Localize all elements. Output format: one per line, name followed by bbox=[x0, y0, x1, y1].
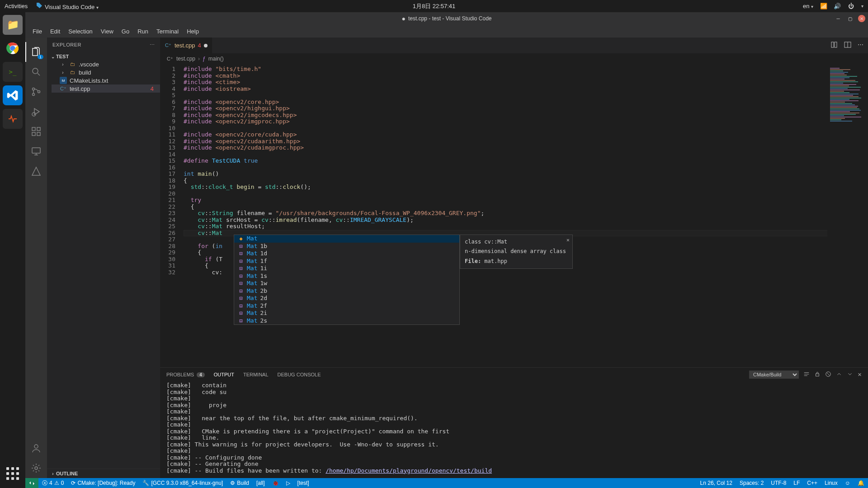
network-icon[interactable]: 📶 bbox=[821, 3, 827, 9]
menu-go[interactable]: Go bbox=[118, 28, 133, 35]
lock-icon[interactable] bbox=[814, 371, 821, 378]
close-panel-icon[interactable]: ✕ bbox=[858, 372, 862, 378]
activity-settings[interactable] bbox=[25, 458, 47, 478]
status-debug-icon[interactable]: 🐞 bbox=[269, 478, 283, 488]
status-feedback-icon[interactable]: ☺ bbox=[841, 478, 854, 488]
outline-header[interactable]: ›OUTLINE bbox=[47, 470, 160, 477]
crumb-file[interactable]: test.cpp bbox=[176, 56, 195, 62]
menu-terminal[interactable]: Terminal bbox=[153, 28, 182, 35]
activity-cmake[interactable] bbox=[25, 161, 47, 181]
activity-explorer[interactable]: 1 bbox=[25, 42, 47, 62]
suggest-item[interactable]: ⊟Mat1s bbox=[234, 272, 459, 280]
maximize-button[interactable]: ▢ bbox=[846, 15, 854, 22]
clock[interactable]: 1月8日 22:57:41 bbox=[413, 2, 456, 10]
status-build[interactable]: ⚙ Build bbox=[226, 478, 253, 488]
status-language[interactable]: C++ bbox=[803, 478, 821, 488]
status-target[interactable]: [all] bbox=[253, 478, 269, 488]
suggest-item[interactable]: ◆Mat bbox=[234, 235, 459, 243]
dock-system-monitor[interactable] bbox=[3, 109, 23, 129]
status-problems[interactable]: ⓧ 4 ⚠ 0 bbox=[38, 478, 67, 488]
file--vscode[interactable]: ›🗀.vscode bbox=[52, 60, 160, 68]
activity-debug[interactable] bbox=[25, 102, 47, 122]
status-kit[interactable]: 🔧 [GCC 9.3.0 x86_64-linux-gnu] bbox=[139, 478, 226, 488]
menu-edit[interactable]: Edit bbox=[47, 28, 64, 35]
status-eol[interactable]: LF bbox=[790, 478, 803, 488]
panel-tab-terminal[interactable]: TERMINAL bbox=[243, 372, 269, 377]
dock-terminal[interactable]: >_ bbox=[3, 62, 23, 82]
status-bell-icon[interactable]: 🔔 bbox=[854, 478, 868, 488]
explorer-title: EXPLORER bbox=[52, 42, 81, 47]
clear-output-icon[interactable] bbox=[825, 371, 831, 378]
suggest-item[interactable]: ⊟Mat1b bbox=[234, 243, 459, 250]
status-indent[interactable]: Spaces: 2 bbox=[736, 478, 767, 488]
panel-tab-problems[interactable]: PROBLEMS4 bbox=[166, 372, 205, 377]
editor-more-icon[interactable]: ⋯ bbox=[858, 41, 863, 50]
activity-extensions[interactable] bbox=[25, 122, 47, 141]
close-icon[interactable]: ✕ bbox=[566, 237, 570, 244]
system-menu-chevron[interactable]: ▾ bbox=[861, 4, 863, 9]
explorer-more-icon[interactable]: ⋯ bbox=[150, 42, 155, 48]
menu-help[interactable]: Help bbox=[183, 28, 203, 35]
project-header[interactable]: ⌄TEST bbox=[47, 53, 160, 60]
suggest-item[interactable]: ⊟Mat1w bbox=[234, 280, 459, 287]
dock-files[interactable]: 📁 bbox=[3, 15, 23, 35]
suggest-item[interactable]: ⊟Mat2s bbox=[234, 317, 459, 325]
activity-remote[interactable] bbox=[25, 141, 47, 161]
breadcrumb[interactable]: C⁺ test.cpp › ƒ main() bbox=[160, 53, 868, 64]
suggest-item[interactable]: ⊟Mat1f bbox=[234, 258, 459, 265]
file-CMakeLists-txt[interactable]: MCMakeLists.txt bbox=[52, 76, 160, 84]
minimize-button[interactable]: ─ bbox=[835, 15, 842, 22]
collapse-panel-icon[interactable] bbox=[836, 371, 842, 378]
output-channel-select[interactable]: CMake/Build bbox=[749, 371, 799, 379]
suggest-item[interactable]: ⊟Mat2f bbox=[234, 302, 459, 310]
status-run-icon[interactable]: ▷ bbox=[283, 478, 294, 488]
menu-run[interactable]: Run bbox=[134, 28, 152, 35]
activity-search[interactable] bbox=[25, 62, 47, 82]
menu-view[interactable]: View bbox=[97, 28, 117, 35]
activity-account[interactable] bbox=[25, 438, 47, 458]
status-launch[interactable]: [test] bbox=[294, 478, 313, 488]
minimap[interactable] bbox=[827, 64, 868, 367]
activities-button[interactable]: Activities bbox=[5, 3, 28, 9]
app-menu[interactable]: Visual Studio Code ▾ bbox=[36, 2, 99, 10]
svg-point-4 bbox=[33, 94, 35, 96]
tab-test-cpp[interactable]: C⁺ test.cpp 4 bbox=[160, 38, 212, 53]
status-encoding[interactable]: UTF-8 bbox=[767, 478, 790, 488]
status-os[interactable]: Linux bbox=[821, 478, 841, 488]
file-test-cpp[interactable]: C⁺test.cpp4 bbox=[52, 84, 160, 93]
dock-show-apps[interactable] bbox=[3, 464, 23, 483]
svg-rect-15 bbox=[835, 42, 837, 47]
dock-chrome[interactable] bbox=[3, 38, 23, 58]
suggest-item[interactable]: ⊟Mat1i bbox=[234, 265, 459, 272]
activity-scm[interactable] bbox=[25, 82, 47, 102]
code-editor[interactable]: 1234567891011121314151617181920212223242… bbox=[160, 64, 868, 367]
lang-indicator[interactable]: en ▾ bbox=[803, 3, 813, 9]
menu-file[interactable]: File bbox=[29, 28, 46, 35]
compare-changes-icon[interactable] bbox=[830, 41, 838, 50]
split-editor-icon[interactable] bbox=[844, 41, 851, 50]
power-icon[interactable]: ⏻ bbox=[848, 3, 854, 9]
suggest-item[interactable]: ⊟Mat2d bbox=[234, 295, 459, 302]
svg-rect-8 bbox=[32, 132, 35, 136]
panel-tab-debug-console[interactable]: DEBUG CONSOLE bbox=[278, 372, 321, 377]
suggest-item[interactable]: ⊟Mat2b bbox=[234, 287, 459, 295]
function-icon: ƒ bbox=[203, 56, 206, 62]
word-wrap-icon[interactable] bbox=[803, 371, 810, 378]
suggest-widget[interactable]: ◆Mat⊟Mat1b⊟Mat1d⊟Mat1f⊟Mat1i⊟Mat1s⊟Mat1w… bbox=[234, 235, 460, 325]
dock-vscode[interactable] bbox=[3, 85, 23, 105]
status-cmake[interactable]: ⟳ CMake: [Debug]: Ready bbox=[67, 478, 139, 488]
maximize-panel-icon[interactable] bbox=[847, 371, 853, 378]
crumb-symbol[interactable]: main() bbox=[208, 56, 224, 62]
suggest-item[interactable]: ⊟Mat2i bbox=[234, 310, 459, 317]
output-body[interactable]: [cmake] contain [cmake] code su [cmake] … bbox=[160, 381, 868, 478]
menu-selection[interactable]: Selection bbox=[65, 28, 96, 35]
status-cursor[interactable]: Ln 26, Col 12 bbox=[697, 478, 736, 488]
titlebar: ● test.cpp - test - Visual Studio Code ─… bbox=[25, 12, 868, 25]
file-build[interactable]: ›🗀build bbox=[52, 68, 160, 76]
window-title: test.cpp - test - Visual Studio Code bbox=[408, 15, 492, 22]
status-remote[interactable] bbox=[25, 478, 38, 488]
panel-tab-output[interactable]: OUTPUT bbox=[214, 372, 234, 377]
close-button[interactable]: ✕ bbox=[858, 15, 865, 22]
volume-icon[interactable]: 🔊 bbox=[834, 3, 840, 9]
suggest-item[interactable]: ⊟Mat1d bbox=[234, 250, 459, 258]
